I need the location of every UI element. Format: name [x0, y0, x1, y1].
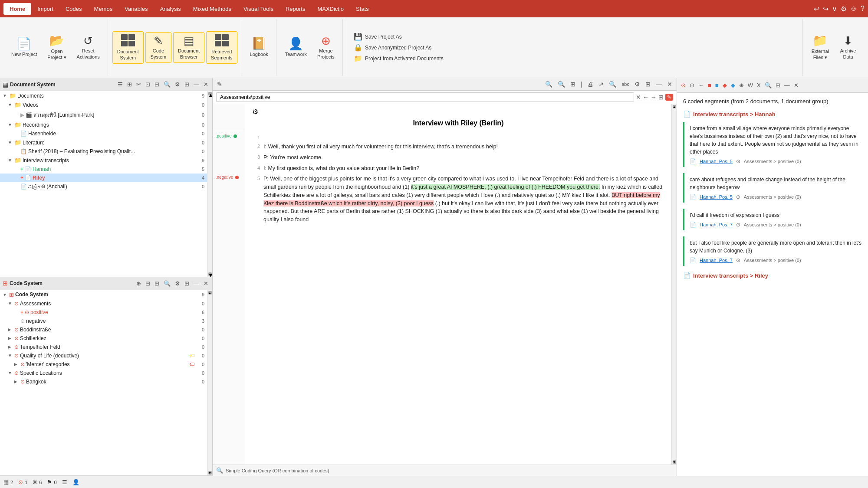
grid-view-icon[interactable]: ⊞ [569, 80, 577, 88]
ds-settings-icon[interactable]: ⚙ [174, 81, 181, 88]
code-system-button[interactable]: ✎ CodeSystem [145, 32, 171, 62]
split-view-icon[interactable]: | [579, 80, 584, 88]
archive-data-button[interactable]: ⬇ ArchiveData [835, 33, 861, 62]
seg2-pos[interactable]: Hannah, Pos. 5 [700, 194, 733, 200]
scrollbar-down[interactable]: ▼ [208, 272, 212, 276]
menu-mixed-methods[interactable]: Mixed Methods [187, 3, 237, 15]
tree-hasenheide[interactable]: 📄 Hasenheide 0 [0, 129, 207, 138]
new-project-button[interactable]: 📄 New Project [7, 35, 41, 60]
help-icon[interactable]: ? [861, 5, 865, 13]
tree-boddinstrasse[interactable]: ▶ ⊙ Boddinstraße 0 [0, 325, 207, 334]
redo-icon[interactable]: ↪ [823, 5, 829, 13]
breadcrumb-clear-icon[interactable]: ✕ [636, 94, 641, 101]
face-icon[interactable]: ☺ [850, 5, 857, 13]
cs-close-icon[interactable]: ✕ [202, 280, 210, 287]
cs-expand-icon[interactable]: ⊞ [183, 280, 191, 287]
breadcrumb-arrow1-icon[interactable]: ← [643, 94, 649, 101]
abc-icon[interactable]: abc [620, 81, 631, 88]
cs-search-icon[interactable]: 🔍 [162, 280, 172, 287]
export-icon[interactable]: ↗ [597, 80, 605, 88]
tree-negative[interactable]: ⊙ negative 3 [0, 317, 207, 325]
close-mid-icon[interactable]: ✕ [665, 80, 674, 88]
ds-search-icon[interactable]: 🔍 [162, 81, 172, 88]
tree-specific-locations[interactable]: ▼ ⊙ Specific Locations 0 [0, 369, 207, 377]
ds-close-icon[interactable]: ✕ [202, 81, 210, 88]
cs-settings-icon[interactable]: ⚙ [174, 280, 181, 287]
ds-expand-icon[interactable]: ⊞ [183, 81, 191, 88]
doc-scroll-up[interactable]: ▲ [673, 105, 676, 108]
retrieved-segments-button[interactable]: RetrievedSegments [206, 31, 237, 63]
menu-import[interactable]: Import [31, 3, 59, 15]
doc-settings-icon[interactable]: ⚙ [252, 108, 258, 116]
project-from-activated-button[interactable]: 📁 Project from Activated Documents [351, 53, 796, 64]
segment-group-hannah[interactable]: 📄 Interview transcripts > Hannah [683, 111, 862, 118]
cs-icon3[interactable]: ⊞ [153, 280, 161, 287]
merge-projects-button[interactable]: ⊕ MergeProjects [313, 33, 339, 62]
menu-stats[interactable]: Stats [350, 3, 375, 15]
code-system-scrollbar[interactable]: ▲ ▼ [207, 290, 212, 476]
rs-icon3[interactable]: ← [697, 82, 705, 89]
rs-minimize-icon[interactable]: — [783, 82, 791, 89]
minimize-mid-icon[interactable]: — [654, 80, 664, 88]
tree-positive[interactable]: + ⊙ positive 6 [0, 308, 207, 317]
menu-analysis[interactable]: Analysis [154, 3, 187, 15]
menu-variables[interactable]: Variables [118, 3, 154, 15]
doc-edit-icon[interactable]: ✎ [215, 80, 224, 88]
ds-minimize-icon[interactable]: — [192, 81, 201, 88]
rs-icon9[interactable]: W [746, 82, 754, 89]
menu-home[interactable]: Home [3, 3, 31, 15]
menu-visual-tools[interactable]: Visual Tools [237, 3, 279, 15]
document-system-button[interactable]: DocumentSystem [112, 31, 144, 63]
seg3-pos[interactable]: Hannah, Pos. 7 [700, 222, 733, 227]
tree-recordings[interactable]: ▼ 📁 Recordings 0 [0, 120, 207, 129]
menu-maxdictio[interactable]: MAXDictio [311, 3, 350, 15]
seg4-pos[interactable]: Hannah, Pos. 7 [700, 258, 733, 263]
external-files-button[interactable]: 📁 ExternalFiles ▾ [807, 32, 833, 62]
find-icon[interactable]: 🔍 [607, 80, 618, 88]
teamwork-button[interactable]: 👤 Teamwork [281, 35, 311, 60]
menu-reports[interactable]: Reports [279, 3, 312, 15]
tree-schillerkiez[interactable]: ▶ ⊙ Schillerkiez 0 [0, 334, 207, 343]
scrollbar-up[interactable]: ▲ [208, 92, 212, 95]
tree-bangkok[interactable]: ▶ ⊙ Bangkok 0 [0, 377, 207, 386]
tree-sherif[interactable]: 📋 Sherif (2018) – Evaluating Preexisting… [0, 147, 207, 156]
tree-tempelhofer[interactable]: ▶ ⊙ Tempelhofer Feld 0 [0, 343, 207, 351]
tree-lumphini[interactable]: ▶ 🎬 สวนลุมพินี [Lumphini-Park] 0 [0, 109, 207, 120]
ds-icon2[interactable]: ⊞ [126, 81, 133, 88]
tree-mercer[interactable]: ▶ ⊙ 'Mercer' categories 🏷 0 [0, 360, 207, 369]
tree-quality-of-life[interactable]: ▼ ⊙ Quality of Life (deductive) 🏷 0 [0, 351, 207, 360]
rs-icon7[interactable]: ◆ [730, 82, 736, 89]
dropdown-icon[interactable]: ∨ [832, 5, 837, 13]
tree-interview-transcripts[interactable]: ▼ 📁 Interview transcripts 9 [0, 156, 207, 165]
ds-icon5[interactable]: ⊟ [153, 81, 161, 88]
reset-activations-button[interactable]: ↺ ResetActivations [72, 33, 104, 62]
expand-mid-icon[interactable]: ⊞ [644, 80, 652, 88]
save-anonymized-button[interactable]: 🔒 Save Anonymized Project As [351, 42, 796, 53]
cs-scrollbar-up[interactable]: ▲ [208, 291, 212, 295]
ds-icon3[interactable]: ✂ [135, 81, 142, 88]
tree-assessments[interactable]: ▼ ⊙ Assessments 0 [0, 299, 207, 308]
document-browser-button[interactable]: ▤ DocumentBrowser [173, 32, 204, 62]
tree-documents[interactable]: ▼ 📁 Documents 9 [0, 91, 207, 100]
save-project-as-button[interactable]: 💾 Save Project As [351, 31, 796, 42]
undo-icon[interactable]: ↩ [814, 5, 819, 13]
cs-icon1[interactable]: ⊕ [135, 280, 142, 287]
cs-scrollbar-down[interactable]: ▼ [208, 471, 212, 475]
doc-scrollbar[interactable]: ▲ ▼ [671, 104, 677, 465]
cs-minimize-icon[interactable]: — [192, 280, 201, 287]
rs-icon6[interactable]: ◆ [721, 82, 728, 89]
cs-icon2[interactable]: ⊟ [144, 280, 151, 287]
rs-search-icon[interactable]: 🔍 [763, 82, 773, 89]
tree-videos[interactable]: ▼ 📁 Videos 0 [0, 100, 207, 109]
tree-hannah[interactable]: + 📄 Hannah 5 [0, 165, 207, 174]
search2-icon[interactable]: 🔍 [556, 80, 567, 88]
menu-codes[interactable]: Codes [59, 3, 88, 15]
rs-close-icon[interactable]: ✕ [792, 82, 800, 89]
breadcrumb-arrow2-icon[interactable]: → [651, 94, 657, 101]
rs-icon2[interactable]: ⊙ [688, 82, 696, 89]
open-project-button[interactable]: 📂 OpenProject ▾ [43, 32, 70, 62]
breadcrumb-edit-icon[interactable]: ✎ [665, 94, 673, 101]
logbook-button[interactable]: 📔 Logbook [246, 35, 273, 60]
tree-anchali[interactable]: 📄 அஞ்சலி (Anchali) 0 [0, 182, 207, 191]
rs-icon10[interactable]: X [756, 82, 762, 89]
